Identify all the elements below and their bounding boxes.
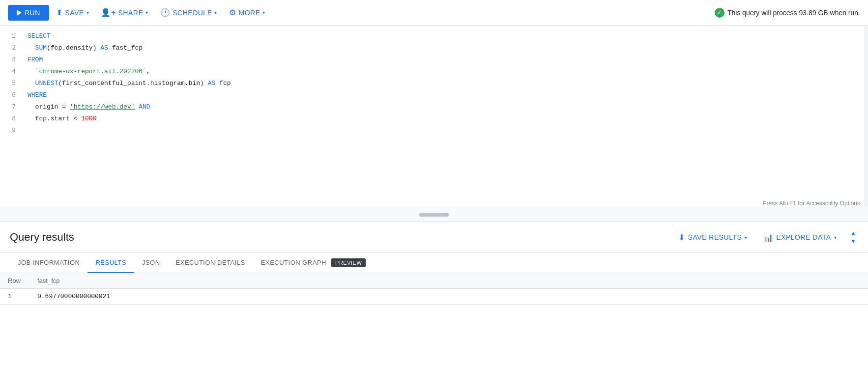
- share-button[interactable]: 👤+ SHARE ▾: [96, 4, 153, 21]
- line-numbers: 1 2 3 4 5 6 7 8 9: [0, 30, 24, 202]
- explore-data-label: EXPLORE DATA: [776, 233, 831, 241]
- query-info-text: This query will process 93.89 GB when ru…: [727, 9, 860, 17]
- explore-data-button[interactable]: 📊 EXPLORE DATA ▾: [759, 230, 840, 245]
- code-line-2: SUM(fcp.density) AS fast_fcp: [28, 42, 864, 54]
- editor-area[interactable]: 1 2 3 4 5 6 7 8 9 SELECT SUM(fcp.density…: [0, 26, 868, 222]
- code-line-9: [28, 125, 864, 137]
- line-num-6: 6: [8, 89, 16, 101]
- more-chevron-icon: ▾: [262, 10, 265, 15]
- save-results-button[interactable]: ⬇ SAVE RESULTS ▾: [674, 230, 752, 245]
- schedule-icon: 🕐: [160, 8, 171, 17]
- share-chevron-icon: ▾: [145, 10, 148, 15]
- line-num-5: 5: [8, 78, 16, 89]
- line-num-7: 7: [8, 101, 16, 113]
- query-info: ✓ This query will process 93.89 GB when …: [715, 8, 860, 18]
- run-label: RUN: [25, 9, 40, 17]
- results-title: Query results: [10, 231, 74, 244]
- line-num-3: 3: [8, 54, 16, 66]
- play-icon: [17, 10, 22, 16]
- cell-row-1: 1: [0, 289, 29, 305]
- save-chevron-icon: ▾: [87, 10, 89, 15]
- code-line-4: `chrome-ux-report.all.202206`,: [28, 66, 864, 78]
- tab-json[interactable]: JSON: [134, 253, 168, 273]
- results-table-container: Row fast_fcp 1 0.69770000000000021: [0, 273, 868, 305]
- column-header-fast-fcp: fast_fcp: [29, 273, 167, 289]
- accessibility-hint: Press Alt+F1 for Accessibility Options: [763, 200, 860, 207]
- share-label: SHARE: [118, 9, 144, 17]
- check-circle-icon: ✓: [715, 8, 724, 18]
- column-header-empty: [167, 273, 868, 289]
- explore-data-chevron-icon: ▾: [834, 235, 837, 240]
- cell-empty-1: [167, 289, 868, 305]
- results-actions: ⬇ SAVE RESULTS ▾ 📊 EXPLORE DATA ▾ ▲ ▼: [674, 228, 858, 247]
- download-icon: ⬇: [678, 233, 685, 242]
- more-label: MORE: [238, 9, 260, 17]
- expand-collapse-button[interactable]: ▲ ▼: [848, 228, 858, 247]
- column-header-row: Row: [0, 273, 29, 289]
- tab-results[interactable]: RESULTS: [87, 253, 134, 273]
- schedule-chevron-icon: ▾: [214, 10, 217, 15]
- tab-job-information[interactable]: JOB INFORMATION: [10, 253, 87, 273]
- code-line-1: SELECT: [28, 30, 864, 42]
- line-num-4: 4: [8, 66, 16, 78]
- preview-badge: PREVIEW: [331, 258, 366, 267]
- tab-execution-details[interactable]: EXECUTION DETAILS: [168, 253, 253, 273]
- toolbar: RUN ⬆ SAVE ▾ 👤+ SHARE ▾ 🕐 SCHEDULE ▾ ⚙ M…: [0, 0, 868, 26]
- table-header-row: Row fast_fcp: [0, 273, 868, 289]
- scrollbar-thumb[interactable]: [419, 213, 449, 217]
- save-label: SAVE: [65, 9, 84, 17]
- schedule-button[interactable]: 🕐 SCHEDULE ▾: [155, 4, 222, 21]
- results-table: Row fast_fcp 1 0.69770000000000021: [0, 273, 868, 305]
- table-row: 1 0.69770000000000021: [0, 289, 868, 305]
- results-header: Query results ⬇ SAVE RESULTS ▾ 📊 EXPLORE…: [0, 222, 868, 253]
- save-results-label: SAVE RESULTS: [688, 233, 742, 241]
- line-num-2: 2: [8, 42, 16, 54]
- more-button[interactable]: ⚙ MORE ▾: [224, 4, 270, 21]
- code-line-7: origin = 'https://web.dev' AND: [28, 101, 864, 113]
- code-line-6: WHERE: [28, 89, 864, 101]
- save-button[interactable]: ⬆ SAVE ▾: [51, 4, 94, 21]
- code-line-3: FROM: [28, 54, 864, 66]
- gear-icon: ⚙: [229, 8, 236, 17]
- vertical-scrollbar[interactable]: [864, 26, 868, 207]
- chevron-up-icon: ▲: [850, 230, 856, 237]
- code-line-8: fcp.start < 1000: [28, 113, 864, 125]
- line-num-8: 8: [8, 113, 16, 125]
- schedule-label: SCHEDULE: [173, 9, 212, 17]
- code-line-5: UNNEST(first_contentful_paint.histogram.…: [28, 78, 864, 89]
- save-results-chevron-icon: ▾: [745, 235, 748, 240]
- cell-fast-fcp-1: 0.69770000000000021: [29, 289, 167, 305]
- line-num-9: 9: [8, 125, 16, 137]
- chart-icon: 📊: [763, 233, 774, 242]
- code-content[interactable]: SELECT SUM(fcp.density) AS fast_fcp FROM…: [24, 30, 868, 202]
- tab-execution-graph[interactable]: EXECUTION GRAPH PREVIEW: [253, 253, 374, 273]
- tabs-bar: JOB INFORMATION RESULTS JSON EXECUTION D…: [0, 253, 868, 273]
- line-num-1: 1: [8, 30, 16, 42]
- horizontal-scrollbar[interactable]: [0, 207, 868, 222]
- code-editor[interactable]: 1 2 3 4 5 6 7 8 9 SELECT SUM(fcp.density…: [0, 26, 868, 207]
- chevron-down-icon: ▼: [850, 238, 856, 245]
- run-button[interactable]: RUN: [8, 5, 49, 21]
- share-icon: 👤+: [101, 8, 116, 17]
- save-icon: ⬆: [56, 8, 63, 17]
- results-section: Query results ⬇ SAVE RESULTS ▾ 📊 EXPLORE…: [0, 222, 868, 390]
